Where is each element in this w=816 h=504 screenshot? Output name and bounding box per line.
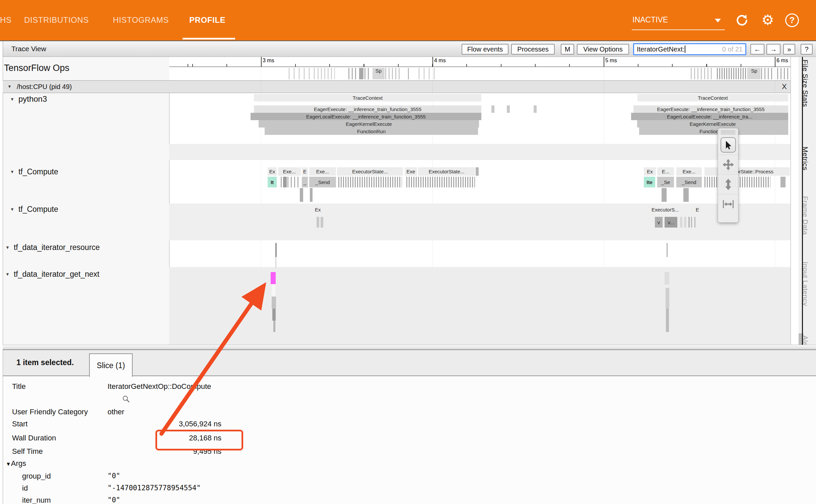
slice-function-run[interactable]: FunctionRun [639,128,788,135]
get-next-slice[interactable] [666,288,669,309]
tab-slice[interactable]: Slice (1) [89,353,133,377]
view-options-button[interactable]: View Options [577,44,629,55]
trace-help-button[interactable]: ? [801,44,813,55]
args-section-header[interactable]: ▼Args [6,459,26,468]
collapse-arrow-icon[interactable]: ▼ [10,207,14,212]
slice-label[interactable]: Exe... [676,167,702,176]
small-slice[interactable] [283,177,287,187]
run-selector[interactable]: INACTIVE [632,15,668,24]
slice-label[interactable]: E [302,167,308,176]
slice-label[interactable]: Exe [405,167,417,176]
slice-send[interactable]: _Send [676,177,702,187]
next-result-button[interactable]: → [766,44,780,55]
ops-events[interactable] [777,68,791,79]
get-next-slice[interactable] [272,297,276,309]
slice-trace-context[interactable]: TraceContext [254,94,481,101]
horizontal-splitter[interactable] [3,345,816,350]
track-tf-data-iterator-resource[interactable]: ▼ tf_data_iterator_resource [5,243,100,252]
small-slice[interactable] [691,217,692,228]
slice-function-run[interactable]: FunctionRun [265,128,478,135]
slice-label[interactable]: Ex [644,167,656,176]
ops-event-slice[interactable] [408,68,409,79]
ops-sp-slice[interactable]: Sp [372,68,385,79]
collapse-arrow-icon[interactable]: ▼ [5,272,10,277]
small-slice[interactable]: v... [665,217,677,228]
get-next-slice[interactable] [272,284,275,297]
small-slice[interactable] [321,217,323,228]
small-slice[interactable] [780,177,786,187]
ops-events[interactable] [419,68,437,79]
prev-result-button[interactable]: ← [750,44,764,55]
small-slice[interactable] [300,188,303,202]
slice-label[interactable]: ExecutorState... [418,167,475,176]
resource-slice[interactable] [275,243,277,257]
slice-label[interactable]: Ex [268,167,277,176]
slice-eager-local-execute[interactable]: EagerLocalExecute: __inference_tra... [631,113,788,120]
pan-tool-button[interactable] [718,155,738,174]
help-icon[interactable]: ? [785,13,799,27]
slice-eager-local-execute[interactable]: EagerLocalExecute: __inference_train_fun… [251,113,481,120]
metrics-m-button[interactable]: M [561,44,574,55]
small-slice[interactable] [317,217,319,228]
flow-events-button[interactable]: Flow events [462,44,508,55]
processes-button[interactable]: Processes [511,44,555,55]
trace-tool-palette[interactable] [718,128,738,223]
host-cpu-header[interactable]: ▼ /host:CPU (pid 49) X [3,80,791,93]
slice-cluster[interactable] [338,177,402,187]
ops-event-slice[interactable] [359,68,363,79]
small-slice[interactable]: v [655,217,663,228]
slice-send[interactable]: _Send [309,177,336,187]
small-slice[interactable] [662,188,667,202]
slice-cluster[interactable] [406,177,475,187]
get-next-slice[interactable] [665,272,669,284]
tab-histograms[interactable]: HISTOGRAMS [113,15,169,25]
slice-underscore[interactable]: _ [302,177,308,187]
get-next-slice[interactable] [273,321,275,332]
resource-slice[interactable] [667,243,668,257]
ops-events[interactable] [348,68,358,79]
slice-eager-execute[interactable]: EagerExecute: __inference_train_function… [633,105,788,113]
ops-events[interactable] [364,68,371,79]
slice-iterator-get-next[interactable]: Ite [644,177,655,187]
ops-events[interactable] [691,68,713,79]
slice-trace-context[interactable]: TraceContext [637,94,788,101]
search-title-icon[interactable] [122,395,131,405]
get-next-slice[interactable] [272,309,276,321]
zoom-tool-button[interactable] [718,174,738,194]
more-options-button[interactable]: » [783,44,795,55]
close-process-button[interactable]: X [782,82,787,91]
resource-slice[interactable] [275,257,276,268]
track-python3[interactable]: ▼ python3 [10,94,47,104]
slice-label[interactable]: E... [657,167,674,176]
selected-slice-iterator-get-next[interactable] [271,272,276,284]
track-tf-compute-1[interactable]: ▼ tf_Compute [10,167,58,176]
palette-drag-handle[interactable] [721,130,735,135]
ops-events[interactable] [318,68,335,79]
slice-eager-kernel-execute[interactable]: EagerKernelExecute [637,120,788,128]
slice-iterator-get-next[interactable]: It [268,177,277,187]
ops-events[interactable] [385,68,401,79]
small-slice[interactable] [684,217,686,228]
small-slice[interactable] [310,188,313,202]
slice-label[interactable]: ExecutorState... [337,167,403,176]
slice-label[interactable]: Exe... [309,167,336,176]
collapse-arrow-icon[interactable]: ▼ [10,169,14,174]
collapse-arrow-icon[interactable]: ▼ [5,245,10,250]
ops-events[interactable] [289,68,315,79]
selection-tool-button[interactable] [718,135,738,155]
small-slice[interactable] [507,105,510,113]
small-slice[interactable] [476,167,479,176]
ops-events[interactable] [761,68,772,79]
slice-label[interactable]: Exe... [278,167,301,176]
gear-icon[interactable]: ⚙ [759,11,776,29]
tab-distributions[interactable]: DISTRIBUTIONS [24,15,89,25]
small-slice[interactable] [534,105,537,113]
slice-eager-kernel-execute[interactable]: EagerKernelExecute [259,120,479,128]
slice-label[interactable]: ExecutorState::Process [704,167,790,176]
small-slice[interactable] [680,217,682,228]
chevron-down-icon[interactable] [715,19,721,22]
track-tf-data-iterator-get-next[interactable]: ▼ tf_data_iterator_get_next [5,270,99,279]
small-slice[interactable] [683,188,689,202]
slice-send[interactable]: _Se [657,177,674,187]
get-next-slice[interactable] [666,309,669,332]
